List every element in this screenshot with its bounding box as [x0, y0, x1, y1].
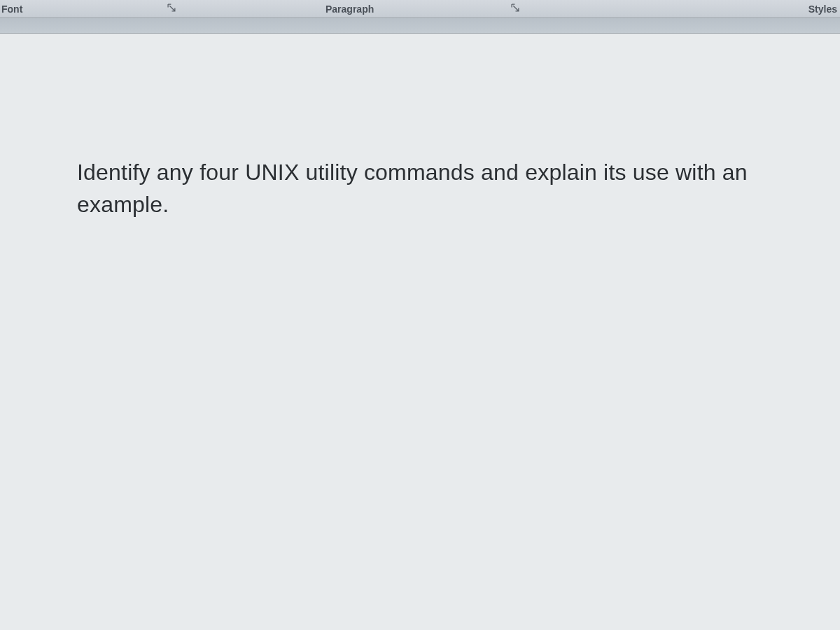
- dialog-launcher-icon: [167, 3, 176, 15]
- ribbon-group-font: Font: [1, 0, 22, 18]
- ruler[interactable]: [0, 18, 840, 34]
- document-body-text[interactable]: Identify any four UNIX utility commands …: [77, 156, 763, 221]
- ribbon-label-paragraph: Paragraph: [326, 4, 374, 15]
- dialog-launcher-icon: [511, 3, 520, 15]
- ribbon-group-paragraph: Paragraph: [326, 0, 374, 18]
- ribbon-group-styles: Styles: [808, 0, 837, 18]
- ribbon-label-styles: Styles: [808, 4, 837, 15]
- paragraph-dialog-launcher[interactable]: [510, 4, 521, 15]
- ribbon-label-font: Font: [1, 4, 22, 15]
- document-page[interactable]: Identify any four UNIX utility commands …: [0, 34, 840, 630]
- document-viewport: Identify any four UNIX utility commands …: [0, 34, 840, 630]
- font-dialog-launcher[interactable]: [166, 4, 177, 15]
- ribbon-toolbar: Font Paragraph Styles: [0, 0, 840, 18]
